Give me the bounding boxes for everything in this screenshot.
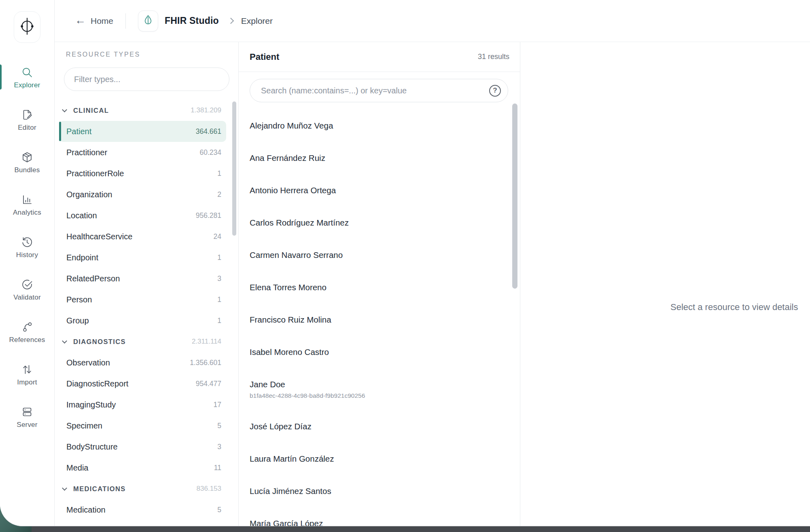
sidebar-item-analytics[interactable]: Analytics (0, 184, 54, 226)
sidebar-item-editor[interactable]: Editor (0, 99, 54, 141)
resource-panel-scrollbar[interactable] (232, 101, 236, 236)
fhir-studio-logo (138, 11, 158, 32)
patient-list-item[interactable]: Laura Martín González (239, 443, 520, 475)
server-icon (21, 406, 33, 418)
patient-list-item[interactable]: Isabel Moreno Castro (239, 336, 520, 368)
results-panel: Patient 31 results ? Alejandro Muñoz Veg… (239, 42, 520, 526)
patient-list-item[interactable]: Antonio Herrera Ortega (239, 174, 520, 207)
resource-type-relatedperson[interactable]: RelatedPerson3 (59, 268, 226, 289)
search-help-icon[interactable]: ? (489, 85, 501, 97)
resource-section-clinical[interactable]: CLINICAL1.381.209 (55, 100, 238, 121)
chevron-down-icon (62, 338, 67, 344)
sidebar-item-label: Import (17, 378, 37, 386)
droplet-icon (144, 14, 153, 28)
resource-type-name: ImagingStudy (66, 400, 116, 410)
patient-list-item[interactable]: Carlos Rodríguez Martínez (239, 207, 520, 239)
resource-type-location[interactable]: Location956.281 (59, 205, 226, 226)
resource-type-list: CLINICAL1.381.209Patient364.661Practitio… (55, 100, 238, 526)
patient-name: José López Díaz (250, 422, 520, 431)
patient-name: Elena Torres Moreno (250, 283, 520, 292)
patient-name: Alejandro Muñoz Vega (250, 121, 520, 131)
resource-search-box: ? (250, 79, 508, 102)
resource-type-healthcareservice[interactable]: HealthcareService24 (59, 226, 226, 247)
resource-type-name: Observation (66, 358, 110, 367)
resource-type-count: 1 (217, 317, 221, 325)
resource-types-panel: RESOURCE TYPES CLINICAL1.381.209Patient3… (55, 42, 239, 526)
resource-type-count: 1 (217, 253, 221, 262)
resource-type-medication[interactable]: Medication5 (59, 499, 226, 520)
resource-type-media[interactable]: Media11 (59, 457, 226, 478)
resource-type-count: 3 (217, 274, 221, 283)
patient-list-item[interactable]: José López Díaz (239, 410, 520, 443)
resource-type-count: 1.356.601 (190, 359, 221, 367)
file-edit-icon (21, 109, 33, 121)
resource-type-group[interactable]: Group1 (59, 310, 226, 331)
resource-search-input[interactable] (250, 79, 489, 102)
resource-type-practitionerrole[interactable]: PractitionerRole1 (59, 163, 226, 184)
app-logo-button[interactable] (14, 11, 40, 43)
resource-section-diagnostics[interactable]: DIAGNOSTICS2.311.114 (55, 331, 238, 352)
resource-type-name: Specimen (66, 421, 102, 431)
section-count: 1.381.209 (191, 106, 221, 114)
results-scrollbar[interactable] (512, 103, 517, 289)
resource-type-medicationrequest[interactable]: MedicationRequest836.135 (59, 520, 226, 526)
resource-type-name: RelatedPerson (66, 274, 120, 283)
app-window: ExplorerEditorBundlesAnalyticsHistoryVal… (0, 0, 810, 526)
resource-types-heading: RESOURCE TYPES (66, 51, 140, 58)
resource-type-practitioner[interactable]: Practitioner60.234 (59, 142, 226, 163)
patient-list-item[interactable]: María García López (239, 507, 520, 526)
resource-type-name: Media (66, 463, 88, 473)
sidebar-item-bundles[interactable]: Bundles (0, 141, 54, 184)
resource-type-observation[interactable]: Observation1.356.601 (59, 352, 226, 373)
sidebar-item-import[interactable]: Import (0, 354, 54, 396)
sidebar-item-references[interactable]: References (0, 311, 54, 354)
chevron-right-icon (228, 18, 234, 24)
sidebar-nav: ExplorerEditorBundlesAnalyticsHistoryVal… (0, 57, 54, 439)
resource-type-count: 954.477 (196, 380, 221, 388)
package-icon (21, 151, 33, 163)
resource-type-patient[interactable]: Patient364.661 (59, 121, 226, 142)
section-label: MEDICATIONS (73, 485, 126, 493)
resource-type-bodystructure[interactable]: BodyStructure3 (59, 436, 226, 457)
history-clock-icon (21, 236, 33, 248)
resource-type-endpoint[interactable]: Endpoint1 (59, 247, 226, 268)
patient-name: Antonio Herrera Ortega (250, 186, 520, 195)
resource-type-count: 2 (217, 190, 221, 199)
resource-type-name: Medication (66, 505, 106, 515)
patient-list-item[interactable]: Lucía Jiménez Santos (239, 475, 520, 507)
resource-type-specimen[interactable]: Specimen5 (59, 415, 226, 436)
sidebar-item-label: History (16, 251, 38, 259)
resource-type-person[interactable]: Person1 (59, 289, 226, 310)
resource-section-medications[interactable]: MEDICATIONS836.153 (55, 478, 238, 499)
section-label: DIAGNOSTICS (73, 338, 126, 346)
resource-type-diagnosticreport[interactable]: DiagnosticReport954.477 (59, 373, 226, 394)
patient-list-item[interactable]: Elena Torres Moreno (239, 271, 520, 304)
resource-type-name: Person (66, 295, 92, 304)
search-icon (21, 66, 33, 78)
resource-type-organization[interactable]: Organization2 (59, 184, 226, 205)
sidebar-item-validator[interactable]: Validator (0, 269, 54, 311)
section-label: CLINICAL (73, 107, 109, 114)
patient-list-item[interactable]: Francisco Ruiz Molina (239, 304, 520, 336)
resource-type-count: 24 (214, 232, 221, 241)
patient-id: b1fa48ec-4288-4c98-ba8d-f9b921c90256 (250, 392, 520, 399)
resource-type-imagingstudy[interactable]: ImagingStudy17 (59, 394, 226, 415)
sidebar-item-label: Validator (13, 293, 41, 302)
resource-type-count: 5 (217, 506, 221, 514)
patient-list-item[interactable]: Jane Doeb1fa48ec-4288-4c98-ba8d-f9b921c9… (239, 368, 520, 410)
resource-type-count: 1 (217, 169, 221, 178)
patient-name: Francisco Ruiz Molina (250, 315, 520, 325)
resource-type-count: 17 (214, 401, 221, 409)
patient-list: Alejandro Muñoz VegaAna Fernández RuizAn… (239, 110, 520, 526)
top-bar: ← Home FHIR Studio Explorer (55, 0, 810, 42)
orb-logo-icon (19, 17, 35, 38)
patient-list-item[interactable]: Carmen Navarro Serrano (239, 239, 520, 271)
patient-list-item[interactable]: Alejandro Muñoz Vega (239, 110, 520, 142)
patient-list-item[interactable]: Ana Fernández Ruiz (239, 142, 520, 174)
sidebar-item-explorer[interactable]: Explorer (0, 57, 54, 99)
filter-types-input[interactable] (64, 68, 229, 91)
home-button[interactable]: ← Home (75, 16, 113, 26)
sidebar-item-server[interactable]: Server (0, 396, 54, 439)
breadcrumb-current-page[interactable]: Explorer (241, 16, 273, 26)
sidebar-item-history[interactable]: History (0, 226, 54, 269)
